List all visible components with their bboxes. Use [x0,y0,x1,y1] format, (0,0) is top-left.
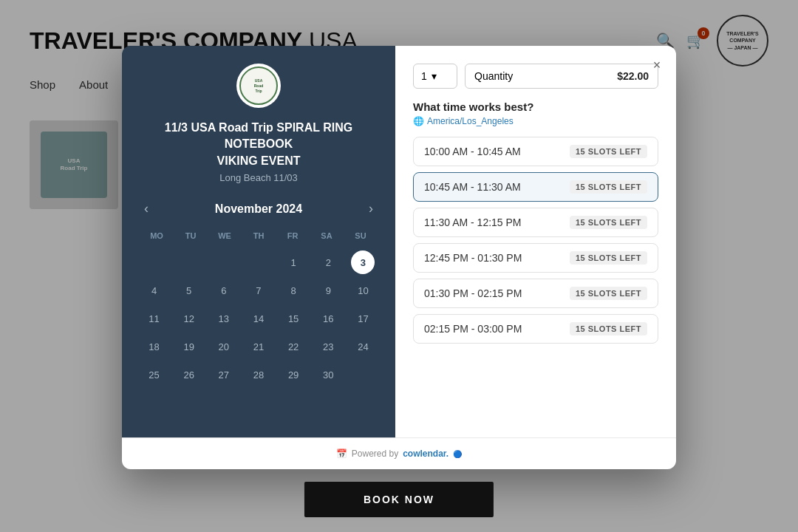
cal-day-25[interactable]: 25 [143,363,166,386]
calendar-week-5: 25 26 27 28 29 30 [137,361,381,388]
cal-day-13[interactable]: 13 [212,307,236,330]
what-time-heading: What time works best? [413,100,658,113]
time-slot-0[interactable]: 10:00 AM - 10:45 AM 15 SLOTS LEFT [413,137,658,166]
event-logo-inner: USARoadTrip [239,66,278,105]
time-slot-4[interactable]: 01:30 PM - 02:15 PM 15 SLOTS LEFT [413,279,658,308]
time-slot-1-time: 10:45 AM - 11:30 AM [424,181,521,193]
cal-day-28[interactable]: 28 [247,363,270,386]
cal-day-5[interactable]: 5 [177,279,201,302]
calendar-icon: 📅 [336,449,347,459]
time-slot-5-time: 02:15 PM - 03:00 PM [424,323,522,335]
cal-day-12[interactable]: 12 [177,307,201,330]
day-header-mo: MO [140,228,174,243]
time-slot-1-badge: 15 SLOTS LEFT [570,180,647,194]
cowlendar-brand[interactable]: cowlendar. [403,449,449,459]
quantity-value: 1 [421,70,427,82]
cowlendar-icon: 🔵 [453,450,462,458]
cal-day-17[interactable]: 17 [351,307,375,330]
cal-day-3-selected[interactable]: 3 [351,250,375,274]
booking-modal: USARoadTrip 11/3 USA Road Trip SPIRAL RI… [122,46,676,469]
day-header-th: TH [242,228,276,243]
cal-day-18[interactable]: 18 [143,335,166,358]
powered-by-text: Powered by [352,449,398,459]
globe-icon: 🌐 [413,116,424,126]
time-slot-3-badge: 15 SLOTS LEFT [570,251,647,265]
cal-day-7[interactable]: 7 [247,279,270,302]
timezone-label: America/Los_Angeles [427,116,514,126]
calendar-week-1: 1 2 3 [137,249,381,276]
prev-month-button[interactable]: ‹ [137,198,156,219]
day-header-sa: SA [310,228,344,243]
next-month-button[interactable]: › [361,198,381,219]
time-slot-1[interactable]: 10:45 AM - 11:30 AM 15 SLOTS LEFT [413,172,658,202]
time-slot-4-badge: 15 SLOTS LEFT [570,287,647,300]
cal-day-21[interactable]: 21 [247,335,270,358]
cal-day-6[interactable]: 6 [212,279,236,302]
cal-day-27[interactable]: 27 [212,363,236,386]
cal-day-15[interactable]: 15 [282,307,305,330]
cal-day-23[interactable]: 23 [316,335,340,358]
time-slot-5[interactable]: 02:15 PM - 03:00 PM 15 SLOTS LEFT [413,314,658,344]
cal-day-16[interactable]: 16 [316,307,340,330]
cal-day-20[interactable]: 20 [212,335,236,358]
cal-day-11[interactable]: 11 [143,307,166,330]
cal-day-empty [247,250,270,274]
quantity-row: 1 ▾ Quantity $22.00 [413,64,658,89]
time-slot-2-time: 11:30 AM - 12:15 PM [424,216,522,228]
calendar-grid: MO TU WE TH FR SA SU 1 [137,228,381,388]
time-slot-4-time: 01:30 PM - 02:15 PM [424,287,522,299]
time-slot-3-time: 12:45 PM - 01:30 PM [424,252,522,264]
cal-day-8[interactable]: 8 [282,279,305,302]
time-slot-5-badge: 15 SLOTS LEFT [570,322,647,335]
cal-day-empty [143,250,166,274]
calendar-panel: USARoadTrip 11/3 USA Road Trip SPIRAL RI… [122,46,395,437]
booking-right-panel: × 1 ▾ Quantity $22.00 What time works be… [395,46,676,437]
calendar-week-4: 18 19 20 21 22 23 24 [137,333,381,360]
day-header-su: SU [344,228,378,243]
time-slot-2[interactable]: 11:30 AM - 12:15 PM 15 SLOTS LEFT [413,208,658,237]
timezone-row: 🌐 America/Los_Angeles [413,116,658,126]
cal-day-empty [351,363,375,386]
event-title: 11/3 USA Road Trip SPIRAL RING NOTEBOOK … [137,120,381,169]
cal-day-26[interactable]: 26 [177,363,201,386]
cal-day-24[interactable]: 24 [351,335,375,358]
month-year-label: November 2024 [215,202,302,216]
book-now-container: BOOK NOW [304,482,494,517]
calendar-weeks: 1 2 3 4 5 6 7 8 9 10 [137,249,381,388]
cal-day-19[interactable]: 19 [177,335,201,358]
cal-day-10[interactable]: 10 [351,279,375,302]
cal-day-empty [177,250,201,274]
modal-body: USARoadTrip 11/3 USA Road Trip SPIRAL RI… [122,46,676,437]
calendar-navigation: ‹ November 2024 › [137,198,381,219]
quantity-dropdown[interactable]: 1 ▾ [413,64,457,89]
quantity-label: Quantity [474,70,513,82]
cal-day-1[interactable]: 1 [282,250,305,274]
calendar-week-2: 4 5 6 7 8 9 10 [137,277,381,304]
event-location: Long Beach 11/03 [219,172,298,183]
time-slot-0-badge: 15 SLOTS LEFT [570,145,647,158]
day-headers: MO TU WE TH FR SA SU [137,228,381,243]
cal-day-2[interactable]: 2 [316,250,340,274]
dropdown-arrow-icon: ▾ [432,70,437,82]
time-slots-list: 10:00 AM - 10:45 AM 15 SLOTS LEFT 10:45 … [413,137,658,423]
day-header-fr: FR [276,228,310,243]
cal-day-22[interactable]: 22 [282,335,305,358]
time-slot-2-badge: 15 SLOTS LEFT [570,216,647,229]
day-header-tu: TU [174,228,208,243]
cal-day-30[interactable]: 30 [316,363,340,386]
time-slot-0-time: 10:00 AM - 10:45 AM [424,146,521,157]
calendar-week-3: 11 12 13 14 15 16 17 [137,305,381,332]
cal-day-4[interactable]: 4 [143,279,166,302]
event-logo: USARoadTrip [236,64,281,108]
cal-day-14[interactable]: 14 [247,307,270,330]
day-header-we: WE [208,228,242,243]
quantity-label-box: Quantity $22.00 [465,64,658,89]
cal-day-29[interactable]: 29 [282,363,305,386]
cal-day-empty [212,250,236,274]
price-display: $22.00 [617,70,649,82]
book-now-button[interactable]: BOOK NOW [304,482,494,517]
cal-day-9[interactable]: 9 [316,279,340,302]
close-button[interactable]: × [647,55,667,75]
modal-footer: 📅 Powered by cowlendar. 🔵 [122,437,676,469]
time-slot-3[interactable]: 12:45 PM - 01:30 PM 15 SLOTS LEFT [413,243,658,273]
